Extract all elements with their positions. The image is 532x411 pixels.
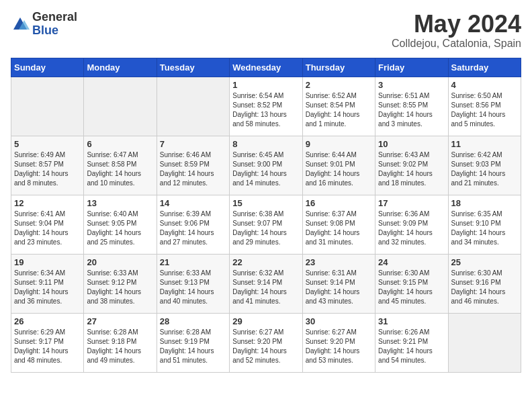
day-info: Sunrise: 6:45 AM Sunset: 9:00 PM Dayligh… <box>232 150 299 188</box>
calendar-cell: 19Sunrise: 6:34 AM Sunset: 9:11 PM Dayli… <box>11 254 84 313</box>
calendar-cell: 11Sunrise: 6:42 AM Sunset: 9:03 PM Dayli… <box>448 136 521 195</box>
day-info: Sunrise: 6:34 AM Sunset: 9:11 PM Dayligh… <box>14 269 81 306</box>
day-number: 10 <box>378 139 445 149</box>
calendar-cell: 6Sunrise: 6:47 AM Sunset: 8:58 PM Daylig… <box>84 136 157 195</box>
day-number: 25 <box>451 257 518 267</box>
calendar-cell: 31Sunrise: 6:26 AM Sunset: 9:21 PM Dayli… <box>375 313 448 372</box>
day-info: Sunrise: 6:49 AM Sunset: 8:57 PM Dayligh… <box>14 150 81 188</box>
day-info: Sunrise: 6:39 AM Sunset: 9:06 PM Dayligh… <box>160 210 226 247</box>
day-number: 16 <box>306 198 372 208</box>
day-info: Sunrise: 6:44 AM Sunset: 9:01 PM Dayligh… <box>306 150 372 188</box>
calendar-table: SundayMondayTuesdayWednesdayThursdayFrid… <box>11 58 521 373</box>
day-number: 15 <box>232 198 299 208</box>
day-info: Sunrise: 6:38 AM Sunset: 9:07 PM Dayligh… <box>232 210 299 247</box>
calendar-cell: 29Sunrise: 6:27 AM Sunset: 9:20 PM Dayli… <box>230 313 302 372</box>
day-info: Sunrise: 6:33 AM Sunset: 9:13 PM Dayligh… <box>160 269 226 306</box>
day-number: 6 <box>87 139 153 149</box>
day-number: 27 <box>87 316 153 326</box>
day-info: Sunrise: 6:31 AM Sunset: 9:14 PM Dayligh… <box>306 269 372 306</box>
day-number: 2 <box>306 80 372 90</box>
header-cell-saturday: Saturday <box>448 58 521 77</box>
day-info: Sunrise: 6:29 AM Sunset: 9:17 PM Dayligh… <box>14 328 81 365</box>
day-number: 23 <box>306 257 372 267</box>
calendar-cell: 18Sunrise: 6:35 AM Sunset: 9:10 PM Dayli… <box>448 195 521 254</box>
day-info: Sunrise: 6:43 AM Sunset: 9:02 PM Dayligh… <box>378 150 445 188</box>
location-title: Colldejou, Catalonia, Spain <box>392 38 521 50</box>
day-info: Sunrise: 6:52 AM Sunset: 8:54 PM Dayligh… <box>306 91 372 129</box>
day-number: 30 <box>306 316 372 326</box>
day-number: 20 <box>87 257 153 267</box>
header-cell-sunday: Sunday <box>11 58 84 77</box>
calendar-cell: 4Sunrise: 6:50 AM Sunset: 8:56 PM Daylig… <box>448 77 521 136</box>
calendar-cell: 23Sunrise: 6:31 AM Sunset: 9:14 PM Dayli… <box>302 254 375 313</box>
day-info: Sunrise: 6:50 AM Sunset: 8:56 PM Dayligh… <box>451 91 518 129</box>
logo-text: General Blue <box>32 11 77 38</box>
day-info: Sunrise: 6:26 AM Sunset: 9:21 PM Dayligh… <box>378 328 445 365</box>
calendar-cell: 1Sunrise: 6:54 AM Sunset: 8:52 PM Daylig… <box>230 77 302 136</box>
day-info: Sunrise: 6:32 AM Sunset: 9:14 PM Dayligh… <box>232 269 299 306</box>
day-number: 28 <box>160 316 226 326</box>
day-info: Sunrise: 6:37 AM Sunset: 9:08 PM Dayligh… <box>306 210 372 247</box>
day-info: Sunrise: 6:27 AM Sunset: 9:20 PM Dayligh… <box>306 328 372 365</box>
day-info: Sunrise: 6:30 AM Sunset: 9:16 PM Dayligh… <box>451 269 518 306</box>
day-number: 14 <box>160 198 226 208</box>
calendar-cell: 21Sunrise: 6:33 AM Sunset: 9:13 PM Dayli… <box>157 254 229 313</box>
title-area: May 2024 Colldejou, Catalonia, Spain <box>392 11 521 50</box>
day-number: 18 <box>451 198 518 208</box>
calendar-cell: 2Sunrise: 6:52 AM Sunset: 8:54 PM Daylig… <box>302 77 375 136</box>
calendar-cell: 30Sunrise: 6:27 AM Sunset: 9:20 PM Dayli… <box>302 313 375 372</box>
calendar-cell <box>448 313 521 372</box>
calendar-cell: 7Sunrise: 6:46 AM Sunset: 8:59 PM Daylig… <box>157 136 229 195</box>
day-number: 11 <box>451 139 518 149</box>
day-number: 8 <box>232 139 299 149</box>
header-cell-friday: Friday <box>375 58 448 77</box>
day-info: Sunrise: 6:36 AM Sunset: 9:09 PM Dayligh… <box>378 210 445 247</box>
logo: General Blue <box>11 11 77 38</box>
day-number: 26 <box>14 316 81 326</box>
day-info: Sunrise: 6:51 AM Sunset: 8:55 PM Dayligh… <box>378 91 445 129</box>
calendar-cell: 8Sunrise: 6:45 AM Sunset: 9:00 PM Daylig… <box>230 136 302 195</box>
calendar-cell: 16Sunrise: 6:37 AM Sunset: 9:08 PM Dayli… <box>302 195 375 254</box>
day-number: 12 <box>14 198 81 208</box>
day-number: 31 <box>378 316 445 326</box>
calendar-cell: 28Sunrise: 6:28 AM Sunset: 9:19 PM Dayli… <box>157 313 229 372</box>
header-cell-wednesday: Wednesday <box>230 58 302 77</box>
calendar-cell <box>84 77 157 136</box>
day-info: Sunrise: 6:28 AM Sunset: 9:18 PM Dayligh… <box>87 328 153 365</box>
calendar-cell: 22Sunrise: 6:32 AM Sunset: 9:14 PM Dayli… <box>230 254 302 313</box>
day-info: Sunrise: 6:42 AM Sunset: 9:03 PM Dayligh… <box>451 150 518 188</box>
day-info: Sunrise: 6:35 AM Sunset: 9:10 PM Dayligh… <box>451 210 518 247</box>
calendar-header: SundayMondayTuesdayWednesdayThursdayFrid… <box>11 58 521 77</box>
calendar-cell <box>157 77 229 136</box>
day-info: Sunrise: 6:40 AM Sunset: 9:05 PM Dayligh… <box>87 210 153 247</box>
day-number: 24 <box>378 257 445 267</box>
logo-general-text: General <box>32 11 77 24</box>
day-number: 22 <box>232 257 299 267</box>
day-info: Sunrise: 6:33 AM Sunset: 9:12 PM Dayligh… <box>87 269 153 306</box>
header-row: SundayMondayTuesdayWednesdayThursdayFrid… <box>11 58 521 77</box>
day-number: 7 <box>160 139 226 149</box>
calendar-cell: 3Sunrise: 6:51 AM Sunset: 8:55 PM Daylig… <box>375 77 448 136</box>
week-row-1: 1Sunrise: 6:54 AM Sunset: 8:52 PM Daylig… <box>11 77 521 136</box>
day-number: 3 <box>378 80 445 90</box>
day-number: 9 <box>306 139 372 149</box>
day-number: 5 <box>14 139 81 149</box>
calendar-cell: 10Sunrise: 6:43 AM Sunset: 9:02 PM Dayli… <box>375 136 448 195</box>
day-number: 13 <box>87 198 153 208</box>
calendar-cell: 13Sunrise: 6:40 AM Sunset: 9:05 PM Dayli… <box>84 195 157 254</box>
day-info: Sunrise: 6:46 AM Sunset: 8:59 PM Dayligh… <box>160 150 226 188</box>
header: General Blue May 2024 Colldejou, Catalon… <box>11 11 521 50</box>
calendar-cell: 20Sunrise: 6:33 AM Sunset: 9:12 PM Dayli… <box>84 254 157 313</box>
header-cell-monday: Monday <box>84 58 157 77</box>
week-row-2: 5Sunrise: 6:49 AM Sunset: 8:57 PM Daylig… <box>11 136 521 195</box>
month-title: May 2024 <box>392 11 521 38</box>
logo-blue-text: Blue <box>32 24 77 38</box>
day-info: Sunrise: 6:47 AM Sunset: 8:58 PM Dayligh… <box>87 150 153 188</box>
calendar-cell: 15Sunrise: 6:38 AM Sunset: 9:07 PM Dayli… <box>230 195 302 254</box>
day-number: 19 <box>14 257 81 267</box>
day-info: Sunrise: 6:28 AM Sunset: 9:19 PM Dayligh… <box>160 328 226 365</box>
calendar-cell: 26Sunrise: 6:29 AM Sunset: 9:17 PM Dayli… <box>11 313 84 372</box>
day-number: 21 <box>160 257 226 267</box>
day-info: Sunrise: 6:30 AM Sunset: 9:15 PM Dayligh… <box>378 269 445 306</box>
header-cell-tuesday: Tuesday <box>157 58 229 77</box>
